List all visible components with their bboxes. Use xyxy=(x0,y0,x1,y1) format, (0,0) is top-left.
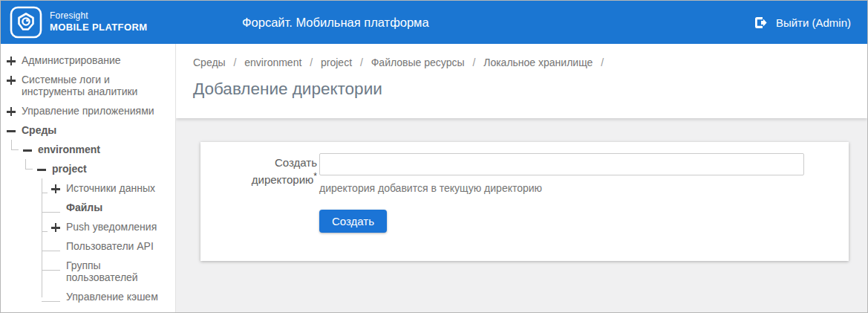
app-title: Форсайт. Мобильная платформа xyxy=(242,1,429,44)
tree-connector xyxy=(42,193,48,193)
sidebar-item-environment[interactable]: environment xyxy=(1,140,175,159)
sidebar-item-data-sources[interactable]: Источники данных xyxy=(1,178,175,198)
collapse-minus-icon[interactable] xyxy=(7,126,16,135)
navigation-sidebar: Администрирование Системные логи и инстр… xyxy=(1,44,176,312)
add-directory-form-card: Создать директорию* директория добавится… xyxy=(200,142,849,261)
brand-product: MOBILE PLATFORM xyxy=(50,22,147,33)
sidebar-item-label: Управление кэшем xyxy=(66,291,158,303)
brand-logo-text: Foresight MOBILE PLATFORM xyxy=(50,10,147,33)
breadcrumb-separator: / xyxy=(472,57,475,68)
sidebar-item-user-groups[interactable]: Группы пользователей xyxy=(1,256,175,287)
breadcrumb: Среды / environment / project / Файловые… xyxy=(193,57,849,68)
brand-logo[interactable]: Foresight MOBILE PLATFORM xyxy=(1,6,147,39)
sidebar-item-label: Файлы xyxy=(66,201,102,213)
logout-button[interactable]: Выйти (Admin) xyxy=(754,1,851,44)
collapse-minus-icon[interactable] xyxy=(23,146,32,155)
required-asterisk: * xyxy=(313,171,317,181)
page-title: Добавление директории xyxy=(193,80,849,99)
sidebar-item-label: Среды xyxy=(22,124,56,136)
sidebar-item-label: environment xyxy=(38,143,100,155)
create-directory-label: Создать директорию* xyxy=(208,153,319,187)
sidebar-item-environments[interactable]: Среды xyxy=(1,120,175,140)
top-header-bar: Foresight MOBILE PLATFORM Форсайт. Мобил… xyxy=(1,1,867,44)
sidebar-item-administration[interactable]: Администрирование xyxy=(1,51,175,70)
breadcrumb-separator: / xyxy=(310,57,313,68)
sidebar-item-label: Источники данных xyxy=(66,182,155,194)
tree-connector xyxy=(42,231,48,232)
logout-label: Выйти (Admin) xyxy=(776,16,851,29)
tree-connector xyxy=(42,251,60,251)
label-line-2: директорию xyxy=(252,173,314,186)
tree-connector xyxy=(42,301,60,302)
sidebar-item-files[interactable]: Файлы xyxy=(1,198,175,217)
sidebar-item-label: Пользователи API xyxy=(66,240,154,252)
sidebar-item-api-users[interactable]: Пользователи API xyxy=(1,236,175,256)
sidebar-item-system-logs[interactable]: Системные логи и инструменты аналитики xyxy=(1,70,175,101)
expand-plus-icon[interactable] xyxy=(51,184,60,193)
expand-plus-icon[interactable] xyxy=(7,107,16,116)
expand-plus-icon[interactable] xyxy=(7,76,16,85)
sidebar-item-push-notifications[interactable]: Push уведомления xyxy=(1,217,175,236)
sidebar-item-label: project xyxy=(52,163,87,175)
collapse-minus-icon[interactable] xyxy=(37,165,46,174)
sidebar-item-label: Управление приложениями xyxy=(22,105,154,117)
breadcrumb-item-environment[interactable]: environment xyxy=(244,57,301,68)
breadcrumb-item-project[interactable]: project xyxy=(321,57,352,68)
sidebar-item-label: Группы пользователей xyxy=(66,259,169,283)
input-help-text: директория добавится в текущую директори… xyxy=(319,182,804,194)
breadcrumb-item-file-resources[interactable]: Файловые ресурсы xyxy=(371,57,465,68)
directory-name-input[interactable] xyxy=(319,153,804,175)
foresight-logo-icon xyxy=(10,6,42,39)
page-header-section: Среды / environment / project / Файловые… xyxy=(176,44,867,118)
breadcrumb-item-environments[interactable]: Среды xyxy=(193,57,226,68)
tree-connector xyxy=(25,159,33,170)
breadcrumb-separator: / xyxy=(360,57,363,68)
sidebar-item-label: Push уведомления xyxy=(66,221,157,233)
sidebar-item-app-management[interactable]: Управление приложениями xyxy=(1,101,175,120)
breadcrumb-separator: / xyxy=(601,57,604,68)
tree-connector xyxy=(42,212,60,213)
sign-out-icon xyxy=(754,16,767,29)
sidebar-item-project[interactable]: project xyxy=(1,159,175,178)
label-line-1: Создать xyxy=(275,156,317,169)
tree-connector xyxy=(11,140,19,150)
breadcrumb-item-local-storage[interactable]: Локальное хранилище xyxy=(483,57,593,68)
main-content: Среды / environment / project / Файловые… xyxy=(176,44,867,312)
sidebar-item-cache-management[interactable]: Управление кэшем xyxy=(1,287,175,306)
tree-connector xyxy=(42,270,60,271)
sidebar-item-label: Системные логи и инструменты аналитики xyxy=(22,74,146,97)
create-button[interactable]: Создать xyxy=(319,210,387,233)
app-window: Foresight MOBILE PLATFORM Форсайт. Мобил… xyxy=(0,0,868,313)
brand-name: Foresight xyxy=(50,10,147,22)
expand-plus-icon[interactable] xyxy=(51,223,60,232)
expand-plus-icon[interactable] xyxy=(7,57,16,65)
breadcrumb-separator: / xyxy=(234,57,237,68)
sidebar-item-label: Администрирование xyxy=(22,54,121,66)
